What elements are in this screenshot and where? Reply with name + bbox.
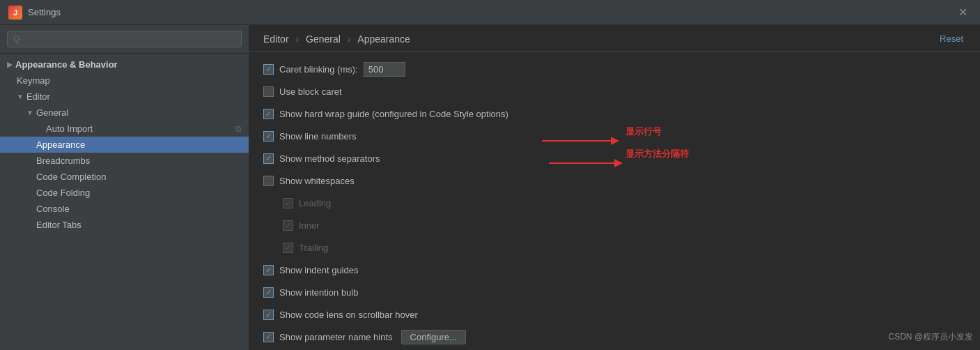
sidebar-item-label: Appearance & Behavior (15, 59, 118, 70)
content-area: Editor › General › Appearance Reset Care… (249, 25, 980, 350)
sidebar-item-label: Breadcrumbs (36, 155, 90, 166)
breadcrumb-general: General (306, 33, 341, 45)
setting-show-indent-guides: Show indent guides (263, 261, 966, 279)
breadcrumb-sep1: › (295, 33, 299, 45)
sidebar-item-appearance[interactable]: Appearance (0, 137, 249, 153)
settings-window: J Settings ✕ ▶ Appearance & Behavior Key… (0, 0, 980, 350)
sidebar-item-label: General (36, 107, 68, 118)
label-caret-blinking: Caret blinking (ms): (279, 64, 358, 75)
checkbox-show-intention-bulb[interactable] (263, 287, 274, 298)
checkbox-inner[interactable] (283, 220, 293, 231)
setting-inner: Inner (263, 216, 966, 234)
checkbox-caret-blinking[interactable] (263, 64, 274, 75)
label-show-code-lens: Show code lens on scrollbar hover (279, 310, 418, 320)
breadcrumb: Editor › General › Appearance (263, 33, 410, 45)
sidebar-item-label: Code Completion (36, 172, 106, 182)
label-show-whitespaces: Show whitespaces (279, 176, 355, 186)
sidebar-item-auto-import[interactable]: Auto Import ⧉ (0, 121, 249, 137)
annotation-method-separators: 显示方法分隔符 (625, 148, 689, 160)
setting-trailing: Trailing (263, 238, 966, 257)
content-header: Editor › General › Appearance Reset (249, 25, 980, 52)
label-leading: Leading (299, 198, 331, 208)
label-show-intention-bulb: Show intention bulb (279, 287, 358, 298)
checkbox-show-method-separators[interactable] (263, 153, 274, 164)
breadcrumb-editor: Editor (263, 33, 289, 45)
content-wrapper: Editor › General › Appearance Reset Care… (249, 25, 980, 350)
setting-show-hard-wrap: Show hard wrap guide (configured in Code… (263, 105, 966, 123)
watermark: CSDN @程序员小发发 (888, 331, 973, 343)
label-show-method-separators: Show method separators (279, 153, 380, 164)
sidebar-item-label: Code Folding (36, 188, 90, 198)
checkbox-leading[interactable] (283, 198, 293, 208)
title-bar: J Settings ✕ (0, 0, 980, 25)
arrow-icon: ▼ (26, 109, 33, 116)
sidebar-item-label: Console (36, 204, 70, 214)
sidebar-item-code-folding[interactable]: Code Folding (0, 185, 249, 201)
arrow-icon: ▼ (17, 93, 24, 100)
annotation-line-numbers: 显示行号 (625, 125, 662, 138)
sidebar-item-editor[interactable]: ▼ Editor (0, 89, 249, 105)
checkbox-trailing[interactable] (283, 243, 293, 253)
label-show-indent-guides: Show indent guides (279, 265, 358, 275)
reset-button[interactable]: Reset (937, 32, 966, 45)
title-bar-left: J Settings (8, 6, 61, 20)
search-input[interactable] (7, 31, 242, 47)
checkbox-show-line-numbers[interactable] (263, 131, 274, 142)
search-bar (0, 25, 249, 54)
sidebar-item-label: Auto Import (46, 123, 93, 134)
checkbox-show-parameter-hints[interactable] (263, 332, 274, 342)
checkbox-show-whitespaces[interactable] (263, 176, 274, 186)
arrow-icon: ▶ (7, 61, 13, 68)
configure-button[interactable]: Configure... (401, 330, 466, 344)
checkbox-use-block-caret[interactable] (263, 86, 274, 97)
sidebar: ▶ Appearance & Behavior Keymap ▼ Editor … (0, 25, 249, 350)
setting-show-whitespaces: Show whitespaces (263, 172, 966, 190)
sidebar-item-label: Editor Tabs (36, 220, 81, 230)
app-icon: J (8, 6, 22, 20)
main-area: ▶ Appearance & Behavior Keymap ▼ Editor … (0, 25, 980, 350)
sidebar-item-editor-tabs[interactable]: Editor Tabs (0, 217, 249, 233)
arrow-method-separators (542, 153, 625, 174)
breadcrumb-appearance: Appearance (357, 33, 410, 45)
sidebar-item-label: Editor (26, 91, 50, 102)
setting-leading: Leading (263, 194, 966, 212)
sidebar-item-keymap[interactable]: Keymap (0, 73, 249, 89)
sidebar-item-code-completion[interactable]: Code Completion (0, 169, 249, 185)
label-inner: Inner (299, 220, 320, 231)
sidebar-item-appearance-behavior[interactable]: ▶ Appearance & Behavior (0, 56, 249, 73)
sidebar-tree: ▶ Appearance & Behavior Keymap ▼ Editor … (0, 54, 249, 350)
window-title: Settings (28, 7, 61, 17)
label-use-block-caret: Use block caret (279, 86, 342, 97)
setting-show-intention-bulb: Show intention bulb (263, 283, 966, 301)
label-trailing: Trailing (299, 243, 328, 253)
setting-show-method-separators: Show method separators 显示方法分隔符 (263, 149, 966, 167)
label-show-line-numbers: Show line numbers (279, 131, 357, 142)
sidebar-item-console[interactable]: Console (0, 201, 249, 217)
sidebar-item-label: Appearance (36, 139, 85, 150)
checkbox-show-hard-wrap[interactable] (263, 109, 274, 119)
arrow-line-numbers (542, 130, 625, 151)
setting-show-parameter-hints: Show parameter name hints Configure... (263, 328, 966, 346)
breadcrumb-sep2: › (348, 33, 351, 45)
label-show-hard-wrap: Show hard wrap guide (configured in Code… (279, 109, 508, 119)
sidebar-item-general[interactable]: ▼ General (0, 105, 249, 121)
setting-show-code-lens: Show code lens on scrollbar hover (263, 305, 966, 324)
sidebar-item-label: Keymap (17, 75, 50, 86)
input-caret-blinking[interactable] (364, 62, 405, 77)
setting-show-line-numbers: Show line numbers 显示行号 (263, 127, 966, 145)
copy-icon: ⧉ (235, 124, 242, 134)
setting-use-block-caret: Use block caret (263, 82, 966, 100)
close-button[interactable]: ✕ (954, 4, 972, 20)
sidebar-item-breadcrumbs[interactable]: Breadcrumbs (0, 153, 249, 169)
label-show-parameter-hints: Show parameter name hints (279, 332, 393, 342)
checkbox-show-code-lens[interactable] (263, 310, 274, 320)
setting-caret-blinking: Caret blinking (ms): (263, 60, 966, 78)
content-body: Caret blinking (ms): Use block caret Sho… (249, 52, 980, 350)
checkbox-show-indent-guides[interactable] (263, 265, 274, 275)
